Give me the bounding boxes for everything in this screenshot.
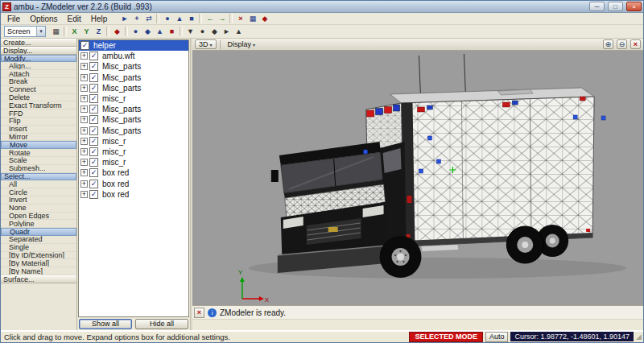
command-item[interactable]: None (1, 205, 76, 213)
panel-close-button[interactable]: × (194, 308, 204, 318)
tree-item-label[interactable]: Misc_parts (101, 62, 142, 71)
tree-item-label[interactable]: helper (92, 41, 118, 50)
command-item[interactable]: Mirror (1, 134, 76, 142)
visibility-checkbox[interactable]: ✓ (89, 137, 98, 146)
command-item[interactable]: Polyline (1, 220, 76, 228)
expander-icon[interactable]: + (80, 180, 88, 188)
expander-icon[interactable]: + (80, 116, 88, 123)
tree-item-label[interactable]: misc_r (101, 147, 127, 156)
tree-item-label[interactable]: box red (101, 180, 130, 188)
axis-x-button[interactable]: X (68, 27, 80, 37)
expander-icon[interactable]: + (80, 52, 88, 60)
auto-toggle[interactable]: Auto (485, 332, 509, 342)
grid-snap-icon[interactable]: ▦ (246, 14, 258, 24)
tree-item-label[interactable]: box red (101, 168, 130, 177)
expander-icon[interactable]: + (80, 159, 88, 166)
hide-all-button[interactable]: Hide all (135, 319, 188, 329)
close-button[interactable]: × (626, 2, 642, 11)
redo-icon[interactable]: → (216, 14, 228, 24)
command-item[interactable]: Circle (1, 188, 76, 196)
maximize-button[interactable]: □ (608, 2, 623, 11)
viewport-canvas[interactable]: Y X (192, 51, 643, 305)
tree-row[interactable]: + ✓ misc_r (79, 93, 188, 104)
visibility-checkbox[interactable]: ✓ (89, 84, 98, 93)
expander-icon[interactable]: + (80, 63, 88, 70)
tree-row[interactable]: + ✓ box red (79, 167, 188, 178)
command-item[interactable]: Select... (1, 173, 76, 181)
tree-row[interactable]: + ✓ ambu.wft (79, 51, 188, 61)
chevron-down-icon[interactable]: ▾ (36, 27, 45, 36)
command-item[interactable]: FFD (1, 110, 76, 118)
command-item[interactable]: Delete (1, 94, 76, 102)
expander-icon[interactable]: + (80, 148, 88, 155)
bone-icon[interactable]: ▼ (184, 27, 196, 37)
skin-icon[interactable]: ● (196, 27, 208, 37)
viewport-close-button[interactable]: × (630, 39, 641, 49)
show-all-button[interactable]: Show all (79, 319, 132, 329)
command-item[interactable]: Display... (1, 47, 76, 55)
viewport-layout-icon[interactable]: ▦ (50, 27, 62, 37)
visibility-checkbox[interactable]: ✓ (80, 41, 89, 50)
tree-item-label[interactable]: misc_r (101, 94, 127, 103)
visibility-checkbox[interactable]: ✓ (89, 94, 98, 103)
view-mode-button[interactable]: 3D ▾ (195, 39, 217, 49)
command-item[interactable]: Rotate (1, 149, 76, 157)
tree-item-label[interactable]: misc_r (101, 137, 127, 146)
command-item[interactable]: Insert (1, 126, 76, 134)
tree-item-label[interactable]: Misc_parts (101, 84, 142, 93)
axis-z-button[interactable]: Z (93, 27, 105, 37)
tree-row[interactable]: + ✓ helper (79, 40, 188, 51)
tree-item-label[interactable]: box red (101, 190, 130, 199)
ambulance-model[interactable] (249, 54, 626, 279)
expander-icon[interactable]: + (80, 191, 88, 198)
command-item[interactable]: Submesh... (1, 165, 76, 173)
tree-row[interactable]: + ✓ misc_r (79, 147, 188, 157)
tree-item-label[interactable]: misc_r (101, 158, 127, 167)
tree-row[interactable]: + ✓ Misc_parts (79, 83, 188, 93)
morph-icon[interactable]: ◆ (208, 27, 221, 37)
visibility-checkbox[interactable]: ✓ (89, 105, 98, 114)
command-item[interactable]: Scale (1, 157, 76, 165)
menu-item[interactable]: File (2, 14, 25, 24)
command-item[interactable]: Connect (1, 86, 76, 94)
tree-row[interactable]: + ✓ Misc_parts (79, 126, 188, 136)
expander-icon[interactable]: + (80, 95, 88, 102)
expander-icon[interactable]: + (80, 105, 88, 113)
visibility-checkbox[interactable]: ✓ (89, 158, 98, 167)
display-menu-button[interactable]: Display ▾ (224, 39, 260, 49)
edge-mode-icon[interactable]: ◆ (142, 27, 154, 37)
screen-combo[interactable]: Screen ▾ (4, 26, 46, 37)
faces-level-icon[interactable]: ■ (185, 14, 197, 24)
select-arrow-icon[interactable]: ► (118, 14, 130, 24)
tree-row[interactable]: + ✓ box red (79, 178, 188, 188)
command-item[interactable]: Surface... (1, 275, 76, 283)
zoom-in-button[interactable]: ⊕ (603, 39, 613, 49)
tree-row[interactable]: + ✓ Misc_parts (79, 114, 188, 125)
tree-row[interactable]: + ✓ misc_r (79, 136, 188, 147)
visibility-checkbox[interactable]: ✓ (89, 168, 98, 177)
menu-item[interactable]: Edit (63, 14, 86, 24)
menu-item[interactable]: Help (86, 14, 113, 24)
command-item[interactable]: All (1, 180, 76, 188)
expander-icon[interactable]: + (80, 169, 88, 176)
expander-icon[interactable]: + (80, 138, 88, 145)
menu-item[interactable]: Options (25, 14, 62, 24)
command-item[interactable]: Invert (1, 196, 76, 205)
visibility-checkbox[interactable]: ✓ (89, 147, 98, 156)
animation-icon[interactable]: ► (221, 27, 233, 37)
command-item[interactable]: Modify... (1, 55, 76, 63)
visibility-checkbox[interactable]: ✓ (89, 62, 98, 71)
zoom-out-button[interactable]: ⊖ (617, 39, 627, 49)
tree-row[interactable]: + ✓ Misc_parts (79, 104, 188, 114)
expander-icon[interactable]: + (80, 85, 88, 92)
pivot-icon[interactable]: ◆ (111, 27, 123, 37)
visibility-checkbox[interactable]: ✓ (89, 73, 98, 82)
visibility-checkbox[interactable]: ✓ (89, 180, 98, 188)
command-item[interactable]: Create... (1, 39, 76, 47)
command-item[interactable]: Move (1, 141, 76, 149)
command-item[interactable]: Align... (1, 62, 76, 70)
expander-icon[interactable]: + (80, 127, 88, 134)
delete-icon[interactable]: × (234, 14, 246, 24)
tree-row[interactable]: + ✓ Misc_parts (79, 61, 188, 72)
command-item[interactable]: [By ID/Extension] (1, 252, 76, 260)
